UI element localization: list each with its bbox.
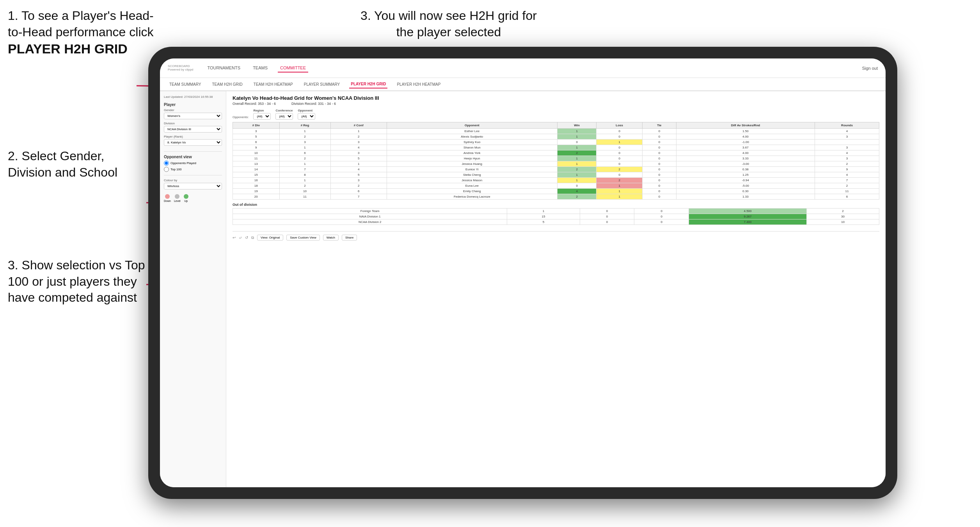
td-tie: 0	[642, 156, 676, 161]
sub-nav-player-h2h-heatmap[interactable]: PLAYER H2H HEATMAP	[395, 81, 442, 88]
toolbar-watch-btn[interactable]: Watch	[323, 235, 339, 241]
td-diff: 1.50	[676, 129, 815, 134]
td-loss: 1	[597, 194, 643, 200]
sidebar: Last Updated: 27/03/2024 16:55:38 Player…	[160, 91, 226, 487]
td-opponent: Euna Lee	[387, 183, 557, 189]
td-tie: 0	[642, 183, 676, 189]
td-conf: 2	[330, 183, 387, 189]
td-rounds: 3	[815, 145, 879, 150]
table-row: 11 2 5 Heejo Hyun 1 0 0 3.33 3	[233, 156, 879, 161]
sub-nav-player-summary[interactable]: PLAYER SUMMARY	[302, 81, 341, 88]
legend-up: Up	[184, 194, 188, 202]
toolbar-view-original-btn[interactable]: View: Original	[257, 235, 283, 241]
td-win: 2	[557, 194, 596, 200]
td-div: 6	[233, 140, 280, 145]
td-win: 2	[557, 167, 596, 172]
td-conf: 4	[330, 145, 387, 150]
td-conf: 6	[330, 189, 387, 194]
filter-region-select[interactable]: (All)	[253, 113, 271, 120]
ood-table-row: Foreign Team 1 0 0 4.500 2	[233, 209, 879, 214]
ood-td-rounds: 30	[806, 214, 879, 219]
instruction-top-left: 1. To see a Player's Head-to-Head perfor…	[8, 8, 156, 58]
ood-td-loss: 0	[580, 219, 634, 225]
td-win: 0	[557, 183, 596, 189]
ood-table-row: NAIA Division 1 15 0 0 9.267 30	[233, 214, 879, 219]
td-conf: 2	[330, 134, 387, 140]
td-conf: 3	[330, 178, 387, 183]
td-reg: 7	[279, 167, 330, 172]
toolbar-share-btn[interactable]: Share	[342, 235, 357, 241]
ood-td-team: Foreign Team	[233, 209, 507, 214]
sub-nav-team-h2h-grid[interactable]: TEAM H2H GRID	[211, 81, 244, 88]
nav-logo-sub: Powered by clippd	[168, 68, 193, 72]
table-row: 13 1 1 Jessica Huang 1 0 0 -3.00 2	[233, 161, 879, 167]
td-reg: 6	[279, 150, 330, 156]
td-diff: 4.00	[676, 150, 815, 156]
td-opponent: Emily Chang	[387, 189, 557, 194]
ood-td-diff: 9.267	[689, 214, 807, 219]
td-win: 0	[557, 140, 596, 145]
td-rounds: 4	[815, 129, 879, 134]
td-conf: 1	[330, 161, 387, 167]
ood-td-diff: 7.400	[689, 219, 807, 225]
filter-opponent-select[interactable]: (All)	[298, 113, 315, 120]
filters-container: Opponents: Region (All) Conference (All)	[233, 109, 879, 120]
sub-nav-team-summary[interactable]: TEAM SUMMARY	[168, 81, 203, 88]
ood-td-rounds: 10	[806, 219, 879, 225]
sidebar-player-title: Player	[164, 103, 222, 107]
td-rounds: 2	[815, 183, 879, 189]
table-row: 19 10 6 Emily Chang 4 1 0 0.30 11	[233, 189, 879, 194]
tablet-frame: SCOREBOARD Powered by clippd TOURNAMENTS…	[148, 47, 897, 499]
sub-nav-team-h2h-heatmap[interactable]: TEAM H2H HEATMAP	[252, 81, 295, 88]
td-reg: 2	[279, 134, 330, 140]
table-row: 3 1 1 Esther Lee 1 0 0 1.50 4	[233, 129, 879, 134]
td-diff: 4.00	[676, 134, 815, 140]
td-diff: -5.00	[676, 183, 815, 189]
filter-conference-select[interactable]: (All)	[275, 113, 293, 120]
filter-opponent-group: Opponent (All)	[298, 109, 315, 120]
sidebar-radio-group: Opponents Played Top 100	[164, 161, 222, 172]
nav-teams[interactable]: TEAMS	[250, 64, 270, 73]
td-loss: 1	[597, 140, 643, 145]
td-reg: 1	[279, 145, 330, 150]
legend-down-label: Down	[164, 200, 171, 202]
toolbar-redo-icon[interactable]: ⤾	[239, 235, 242, 240]
td-reg: 1	[279, 178, 330, 183]
td-rounds: 11	[815, 189, 879, 194]
sidebar-radio-opponents-played[interactable]: Opponents Played	[164, 161, 222, 166]
toolbar-undo-icon[interactable]: ↩	[233, 235, 236, 240]
nav-tournaments[interactable]: TOURNAMENTS	[205, 64, 243, 73]
toolbar-copy-icon[interactable]: ⧉	[251, 235, 254, 240]
table-row: 5 2 2 Alexis Sudjianto 1 0 0 4.00 3	[233, 134, 879, 140]
td-reg: 1	[279, 161, 330, 167]
table-row: 16 1 3 Jessica Mason 1 2 0 -0.94 7	[233, 178, 879, 183]
sidebar-radio-top100[interactable]: Top 100	[164, 167, 222, 172]
nav-bar: SCOREBOARD Powered by clippd TOURNAMENTS…	[160, 58, 886, 78]
legend-level: Level	[174, 194, 181, 202]
sidebar-gender-select[interactable]: Women's	[164, 113, 222, 119]
sidebar-colour-by-select[interactable]: Win/loss	[164, 183, 222, 189]
th-loss: Loss	[597, 122, 643, 129]
td-diff: 0.38	[676, 167, 815, 172]
sidebar-division-label: Division	[164, 122, 222, 125]
nav-sign-out[interactable]: Sign out	[862, 66, 878, 71]
sidebar-player-rank-select[interactable]: 8. Katelyn Vo	[164, 139, 222, 146]
td-tie: 0	[642, 161, 676, 167]
instruction-1-bold: PLAYER H2H GRID	[8, 41, 128, 56]
tablet-screen: SCOREBOARD Powered by clippd TOURNAMENTS…	[160, 58, 886, 487]
toolbar-undo2-icon[interactable]: ↺	[245, 235, 248, 240]
table-row: 20 11 7 Federica Domecq Lacroze 2 1 0 1.…	[233, 194, 879, 200]
td-div: 10	[233, 150, 280, 156]
td-rounds: 3	[815, 134, 879, 140]
td-loss: 0	[597, 129, 643, 134]
td-opponent: Stella Cheng	[387, 172, 557, 178]
td-reg: 2	[279, 183, 330, 189]
sidebar-division-select[interactable]: NCAA Division III	[164, 126, 222, 133]
nav-committee[interactable]: COMMITTEE	[278, 64, 308, 73]
filter-opponent-label: Opponent	[298, 109, 315, 112]
opponents-label: Opponents:	[233, 115, 249, 119]
toolbar-save-custom-btn[interactable]: Save Custom View	[286, 235, 320, 241]
td-reg: 8	[279, 172, 330, 178]
th-reg: # Reg	[279, 122, 330, 129]
sub-nav-player-h2h-grid[interactable]: PLAYER H2H GRID	[349, 80, 387, 88]
